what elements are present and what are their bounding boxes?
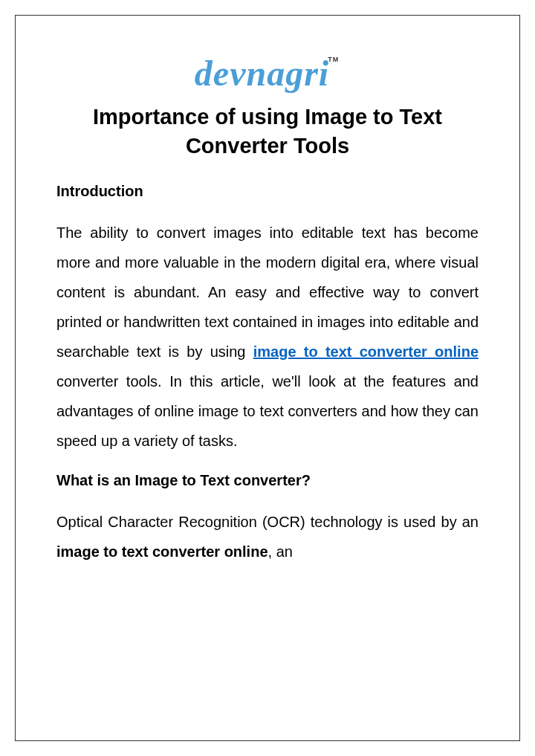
intro-heading: Introduction xyxy=(56,183,479,200)
section2-bold-text: image to text converter online xyxy=(56,543,268,560)
section2-text-before-bold: Optical Character Recognition (OCR) tech… xyxy=(56,514,479,530)
logo-container: devnagriTM xyxy=(56,53,479,94)
intro-text-before-link: The ability to convert images into edita… xyxy=(56,224,479,360)
intro-text-after-link: converter tools. In this article, we'll … xyxy=(56,373,479,449)
section2-paragraph: Optical Character Recognition (OCR) tech… xyxy=(56,507,479,566)
logo-text: devnagri xyxy=(195,54,329,93)
section2-heading: What is an Image to Text converter? xyxy=(56,472,479,489)
converter-link[interactable]: image to text converter online xyxy=(253,343,479,360)
intro-paragraph: The ability to convert images into edita… xyxy=(56,218,479,456)
document-title: Importance of using Image to Text Conver… xyxy=(56,103,479,161)
section2-text-after-bold: , an xyxy=(268,543,293,560)
brand-logo: devnagriTM xyxy=(195,53,340,94)
document-page: devnagriTM Importance of using Image to … xyxy=(15,15,520,741)
trademark-symbol: TM xyxy=(328,56,339,63)
